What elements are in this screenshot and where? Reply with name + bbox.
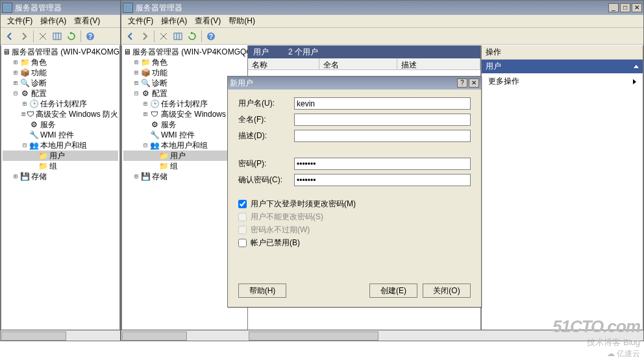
fullname-input[interactable] — [294, 114, 471, 126]
confirm-password-input[interactable] — [294, 174, 471, 186]
create-button[interactable]: 创建(E) — [369, 284, 417, 298]
dialog-close-button[interactable]: ✕ — [469, 78, 479, 88]
list-header: 用户 2 个用户 — [248, 45, 480, 58]
titlebar-front[interactable]: 服务器管理器 _ □ ✕ — [121, 1, 643, 15]
new-user-dialog: 新用户 ? ✕ 用户名(U): 全名(F): 描述(D): 密码(P): 确认密… — [227, 76, 482, 308]
back-button[interactable] — [3, 30, 16, 43]
never-expire-label: 密码永不过期(W) — [251, 224, 310, 235]
menu-action[interactable]: 操作(A) — [157, 15, 191, 27]
cut-button[interactable] — [157, 30, 170, 43]
menu-view[interactable]: 查看(V) — [191, 15, 225, 27]
roles-icon: 📁 — [140, 58, 151, 67]
account-disabled-checkbox[interactable] — [238, 239, 247, 247]
firewall-icon: 🛡 — [149, 110, 160, 119]
scrollbar-back[interactable] — [1, 330, 120, 341]
list-title: 用户 — [253, 47, 269, 58]
help-button[interactable]: ? — [204, 30, 217, 43]
server-icon: 🖥 — [123, 47, 131, 56]
tree-storage[interactable]: ⊞💾存储 — [3, 171, 118, 182]
col-name[interactable]: 名称 — [248, 58, 319, 70]
account-disabled-label: 帐户已禁用(B) — [251, 237, 300, 248]
tree-localusers[interactable]: ⊟👥本地用户和组 — [3, 140, 118, 151]
dialog-help-button[interactable]: ? — [457, 78, 467, 88]
svg-rect-5 — [174, 33, 182, 40]
server-icon: 🖥 — [3, 47, 10, 56]
columns-icon — [173, 32, 182, 41]
arrow-right-icon — [19, 32, 29, 41]
tree-features[interactable]: ⊞📦功能 — [3, 67, 118, 78]
label-password: 密码(P): — [238, 158, 294, 169]
tree-root[interactable]: 🖥服务器管理器 (WIN-VP4KOMGQQ — [3, 47, 118, 57]
forward-button[interactable] — [138, 30, 151, 43]
action-category[interactable]: 用户 — [482, 60, 643, 73]
gear-icon: ⚙ — [149, 120, 160, 129]
users-icon: 👥 — [29, 141, 39, 150]
config-icon: ⚙ — [19, 89, 30, 98]
storage-icon: 💾 — [19, 172, 30, 181]
tree-groups[interactable]: 📁组 — [3, 161, 118, 171]
help-icon: ? — [86, 32, 95, 41]
must-change-checkbox[interactable] — [238, 200, 247, 208]
columns-button[interactable] — [51, 30, 64, 43]
tree-config[interactable]: ⊟⚙配置 — [3, 88, 118, 99]
close-button[interactable]: ✕ — [632, 3, 642, 12]
tree-tasksched[interactable]: ⊞🕒任务计划程序 — [3, 99, 118, 109]
gear-icon: ⚙ — [29, 120, 39, 129]
tree-roles[interactable]: ⊞📁角色 — [3, 57, 118, 67]
cut-button[interactable] — [36, 30, 49, 43]
never-expire-checkbox — [238, 226, 247, 234]
menu-file[interactable]: 文件(F) — [124, 15, 157, 27]
server-manager-window-back: 服务器管理器 文件(F) 操作(A) 查看(V) ? 🖥服务器管理器 (WIN-… — [0, 0, 121, 341]
menu-help[interactable]: 帮助(H) — [225, 15, 259, 27]
folder-icon: 📁 — [158, 151, 169, 160]
clock-icon: 🕒 — [149, 99, 160, 108]
back-button[interactable] — [124, 30, 137, 43]
window-title: 服务器管理器 — [136, 3, 182, 14]
action-title: 操作 — [482, 45, 643, 60]
label-fullname: 全名(F): — [238, 114, 294, 125]
clock-icon: 🕒 — [29, 99, 39, 108]
col-desc[interactable]: 描述 — [397, 58, 480, 70]
toolbar-back: ? — [1, 28, 120, 45]
scrollbar-list[interactable] — [248, 330, 481, 341]
dialog-titlebar[interactable]: 新用户 ? ✕ — [228, 77, 481, 90]
svg-text:?: ? — [88, 33, 92, 40]
refresh-button[interactable] — [65, 30, 78, 43]
tree-pane-back[interactable]: 🖥服务器管理器 (WIN-VP4KOMGQQ ⊞📁角色 ⊞📦功能 ⊞🔍诊断 ⊟⚙… — [1, 45, 120, 330]
minimize-button[interactable]: _ — [608, 3, 619, 12]
menu-action[interactable]: 操作(A) — [36, 15, 70, 27]
menu-file[interactable]: 文件(F) — [3, 15, 36, 27]
maximize-button[interactable]: □ — [620, 3, 630, 12]
toolbar-front: ? — [121, 28, 643, 45]
scrollbar-tree[interactable] — [121, 330, 248, 341]
help-button[interactable]: 帮助(H) — [238, 284, 286, 298]
tree-services[interactable]: ⚙服务 — [3, 119, 118, 130]
chevron-up-icon — [634, 65, 639, 68]
tree-root[interactable]: 🖥服务器管理器 (WIN-VP4KOMGQQ9 — [123, 47, 246, 57]
close-button[interactable]: 关闭(O) — [423, 284, 471, 298]
features-icon: 📦 — [140, 68, 151, 77]
description-input[interactable] — [294, 130, 471, 142]
tree-advfw[interactable]: ⊞🛡高级安全 Windows 防火 — [3, 109, 118, 119]
columns-button[interactable] — [171, 30, 184, 43]
app-icon — [2, 3, 12, 13]
tree-diag[interactable]: ⊞🔍诊断 — [3, 78, 118, 88]
config-icon: ⚙ — [140, 89, 151, 98]
help-button[interactable]: ? — [84, 30, 97, 43]
action-more[interactable]: 更多操作 — [482, 73, 643, 90]
menu-view[interactable]: 查看(V) — [70, 15, 104, 27]
forward-button[interactable] — [18, 30, 31, 43]
help-icon: ? — [206, 32, 216, 41]
titlebar-back[interactable]: 服务器管理器 — [1, 1, 120, 15]
cannot-change-label: 用户不能更改密码(S) — [251, 211, 323, 223]
tree-wmi[interactable]: 🔧WMI 控件 — [3, 130, 118, 140]
col-fullname[interactable]: 全名 — [319, 58, 397, 70]
label-username: 用户名(U): — [238, 98, 294, 109]
username-input[interactable] — [294, 97, 471, 110]
tree-roles[interactable]: ⊞📁角色 — [123, 57, 246, 67]
diag-icon: 🔍 — [140, 78, 151, 88]
password-input[interactable] — [294, 158, 471, 170]
refresh-button[interactable] — [186, 30, 199, 43]
refresh-icon — [188, 32, 197, 41]
tree-users[interactable]: 📁用户 — [3, 151, 118, 161]
